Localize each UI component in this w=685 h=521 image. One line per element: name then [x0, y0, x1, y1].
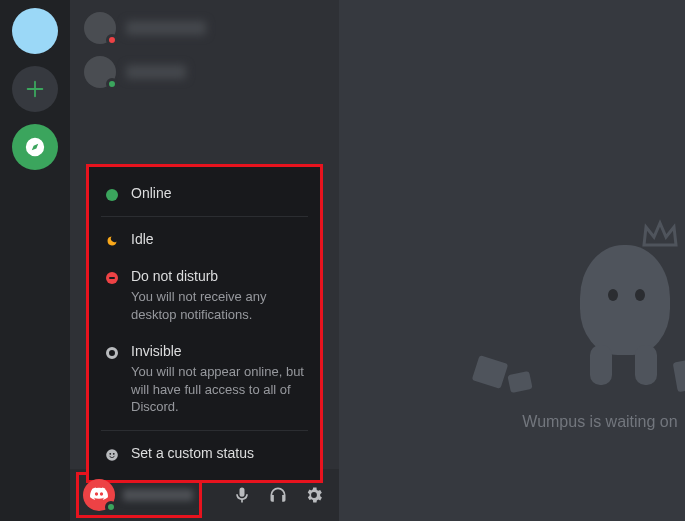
mute-button[interactable]	[227, 480, 257, 510]
separator	[101, 216, 308, 217]
status-option-idle[interactable]: Idle	[89, 221, 320, 258]
svg-point-0	[106, 449, 118, 461]
avatar	[83, 479, 115, 511]
deafen-button[interactable]	[263, 480, 293, 510]
dm-name	[126, 21, 206, 35]
status-desc: You will not receive any desktop notific…	[131, 288, 304, 323]
status-label: Invisible	[131, 343, 304, 359]
idle-icon	[105, 234, 119, 248]
status-popup: Online Idle Do not disturb You will not …	[89, 167, 320, 480]
status-label: Online	[131, 185, 304, 201]
status-dot-online-icon	[106, 78, 118, 90]
status-popup-highlight: Online Idle Do not disturb You will not …	[86, 164, 323, 483]
svg-point-2	[113, 453, 115, 455]
wumpus-illustration	[475, 225, 685, 395]
status-option-invisible[interactable]: Invisible You will not appear online, bu…	[89, 333, 320, 426]
add-server-button[interactable]	[12, 66, 58, 112]
avatar	[84, 56, 116, 88]
avatar	[84, 12, 116, 44]
status-dot-online-icon	[105, 501, 117, 513]
separator	[101, 430, 308, 431]
dnd-icon	[105, 271, 119, 285]
main-area: Wumpus is waiting on	[339, 0, 685, 521]
empty-state-text: Wumpus is waiting on	[475, 413, 685, 431]
svg-point-1	[109, 453, 111, 455]
smile-icon	[105, 448, 119, 462]
status-dot-dnd-icon	[106, 34, 118, 46]
server-rail	[0, 0, 70, 521]
status-label: Set a custom status	[131, 445, 304, 461]
status-option-custom[interactable]: Set a custom status	[89, 435, 320, 472]
microphone-icon	[232, 485, 252, 505]
online-icon	[105, 188, 119, 202]
invisible-icon	[105, 346, 119, 360]
dm-item[interactable]	[78, 8, 331, 48]
gear-icon	[304, 485, 324, 505]
status-label: Idle	[131, 231, 304, 247]
headphones-icon	[268, 485, 288, 505]
status-option-online[interactable]: Online	[89, 175, 320, 212]
empty-state: Wumpus is waiting on	[475, 225, 685, 431]
dm-name	[126, 65, 186, 79]
app-root: Online Idle Do not disturb You will not …	[0, 0, 685, 521]
status-option-dnd[interactable]: Do not disturb You will not receive any …	[89, 258, 320, 333]
dm-item[interactable]	[78, 52, 331, 92]
dm-column: Online Idle Do not disturb You will not …	[70, 0, 339, 521]
status-label: Do not disturb	[131, 268, 304, 284]
server-home[interactable]	[12, 8, 58, 54]
status-desc: You will not appear online, but will hav…	[131, 363, 304, 416]
plus-icon	[24, 78, 46, 100]
username	[123, 489, 193, 501]
compass-icon	[24, 136, 46, 158]
explore-servers-button[interactable]	[12, 124, 58, 170]
settings-button[interactable]	[299, 480, 329, 510]
